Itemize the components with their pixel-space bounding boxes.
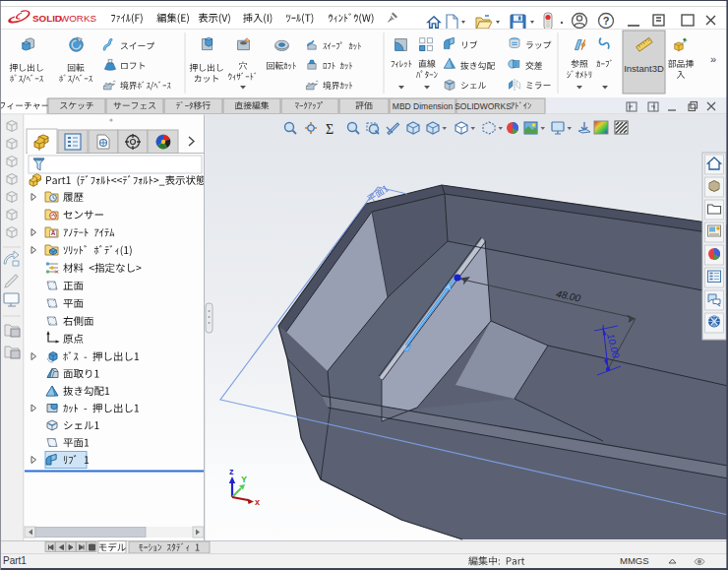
svg-text:z: z: [229, 467, 234, 476]
svg-text:»: »: [710, 53, 716, 65]
svg-text:x: x: [255, 497, 260, 507]
svg-text:?: ?: [603, 15, 610, 27]
svg-text:Σ: Σ: [326, 122, 334, 137]
svg-text:WORKS: WORKS: [60, 13, 96, 24]
svg-text:A: A: [51, 229, 56, 236]
svg-text:Y: Y: [241, 475, 247, 484]
svg-text:SOLID: SOLID: [32, 13, 62, 24]
svg-text:SOLIDWORKS: SOLIDWORKS: [455, 101, 512, 111]
svg-text:Instant3D: Instant3D: [624, 63, 664, 74]
svg-text:MMGS: MMGS: [620, 555, 649, 566]
svg-text:Part1: Part1: [3, 555, 27, 566]
svg-text:MBD Dimension: MBD Dimension: [393, 101, 454, 111]
